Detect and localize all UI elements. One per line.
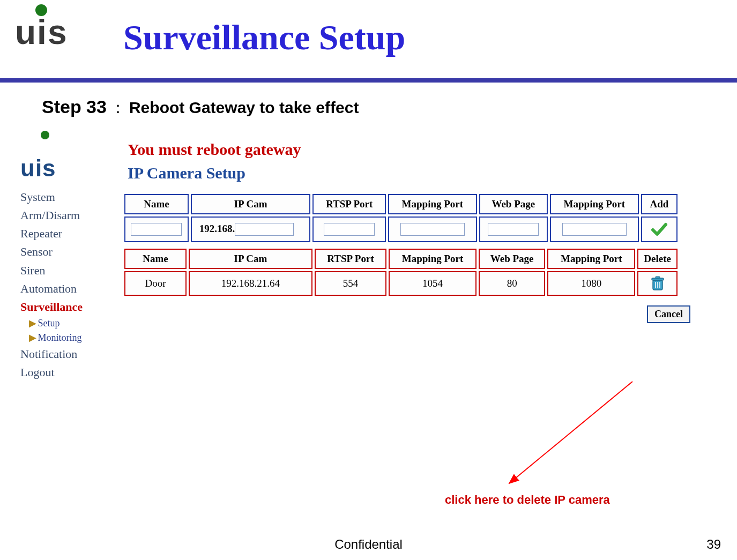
cell-ipcam: 192.168.21.64 [189,271,312,296]
inner-logo-dot-icon [41,131,49,139]
ipcam-input[interactable] [235,223,294,236]
th-name: Name [124,249,187,269]
sidebar-item-logout[interactable]: Logout [20,363,106,382]
th-ipcam: IP Cam [189,249,312,269]
sidebar-item-system[interactable]: System [20,188,106,206]
step-colon: ： [107,99,129,116]
sidebar-item-sensor[interactable]: Sensor [20,243,106,261]
page-title: Surveillance Setup [123,17,405,58]
side-nav: System Arm/Disarm Repeater Sensor Siren … [20,188,106,382]
th-rtsp-port: RTSP Port [312,194,386,214]
sidebar-item-repeater[interactable]: Repeater [20,225,106,243]
sidebar-item-siren[interactable]: Siren [20,262,106,280]
th-mapping-port: Mapping Port [388,194,477,214]
cell-web-page: 80 [479,271,545,296]
mapping-port2-input[interactable] [562,223,627,236]
triangle-right-icon: ▶ [29,331,35,345]
svg-rect-1 [652,278,664,280]
svg-rect-2 [656,277,660,278]
th-add: Add [641,194,678,214]
trash-icon [650,275,666,292]
cell-mapping-port2: 1080 [547,271,635,296]
th-rtsp-port: RTSP Port [315,249,386,269]
name-input[interactable] [131,223,182,236]
step-text: Reboot Gateway to take effect [129,99,359,116]
footer-confidential: Confidential [0,537,737,552]
sidebar-item-notification[interactable]: Notification [20,345,106,363]
footer-page-number: 39 [706,537,721,552]
inner-app: uis System Arm/Disarm Repeater Sensor Si… [20,136,685,404]
section-title: IP Camera Setup [128,164,690,182]
delete-button[interactable] [644,275,671,292]
th-delete: Delete [637,249,678,269]
triangle-right-icon: ▶ [29,316,35,331]
rtsp-port-input[interactable] [324,223,375,236]
add-camera-table: Name IP Cam RTSP Port Mapping Port Web P… [122,192,680,244]
sidebar-sub-setup[interactable]: ▶ Setup [29,316,106,331]
inner-logo-text: uis [20,155,56,181]
th-mapping-port2: Mapping Port [547,249,635,269]
cell-name: Door [124,271,187,296]
brand-logo: uis [15,4,68,49]
add-button[interactable] [647,221,671,238]
sidebar-item-surveillance[interactable]: Surveillance [20,298,106,316]
th-name: Name [124,194,189,214]
step-label: Step 33 [42,96,107,117]
table-row: Door 192.168.21.64 554 1054 80 1080 [124,271,678,296]
mapping-port-input[interactable] [400,223,465,236]
main-panel: You must reboot gateway IP Camera Setup … [122,136,690,323]
reboot-warning: You must reboot gateway [128,140,690,159]
th-mapping-port2: Mapping Port [550,194,639,214]
inner-brand-logo: uis [20,136,117,178]
sidebar-sub-monitoring[interactable]: ▶ Monitoring [29,331,106,345]
th-web-page: Web Page [479,249,545,269]
sidebar-item-arm-disarm[interactable]: Arm/Disarm [20,206,106,225]
th-web-page: Web Page [479,194,548,214]
sidebar-item-automation[interactable]: Automation [20,280,106,298]
cancel-button[interactable]: Cancel [647,305,690,323]
ip-prefix: 192.168. [199,223,235,234]
delete-annotation: click here to delete IP camera [445,493,610,507]
th-ipcam: IP Cam [191,194,311,214]
logo-text: uis [15,16,68,49]
web-page-input[interactable] [488,223,539,236]
step-line: Step 33：Reboot Gateway to take effect [42,96,359,119]
th-mapping-port: Mapping Port [389,249,477,269]
title-rule [0,78,737,83]
cell-rtsp-port: 554 [315,271,386,296]
cell-mapping-port: 1054 [389,271,477,296]
check-icon [651,221,668,238]
delete-camera-table: Name IP Cam RTSP Port Mapping Port Web P… [122,247,680,298]
